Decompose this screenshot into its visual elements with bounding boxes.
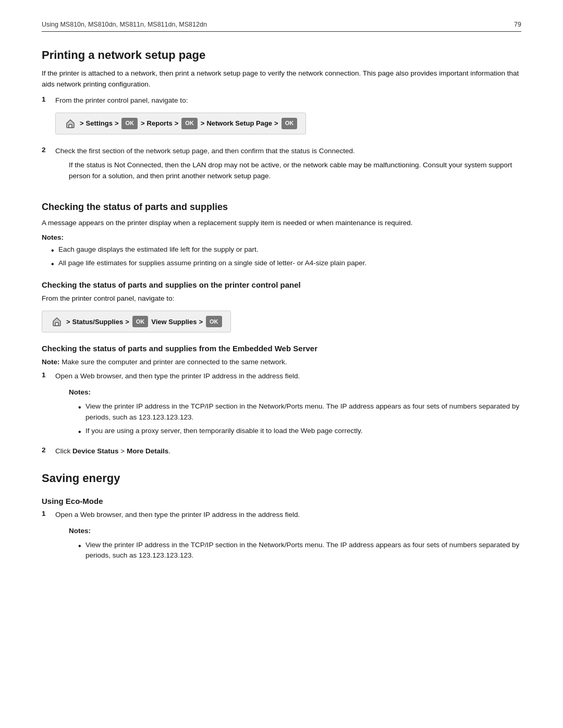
nav1-settings: Settings — [86, 118, 113, 129]
sub2-step2-mid: > — [119, 447, 127, 455]
sub2-step2-end: . — [168, 447, 170, 455]
sub2-step1-number: 1 — [42, 371, 50, 379]
sub1-title: Checking the status of parts and supplie… — [42, 280, 521, 289]
eco-mode-title: Using Eco-Mode — [42, 497, 521, 505]
nav2-gt2: > — [125, 318, 129, 326]
nav1-gt3: > — [141, 118, 145, 129]
sub2-step1-label: Open a Web browser, and then type the pr… — [55, 372, 300, 380]
sub2-step1: 1 Open a Web browser, and then type the … — [42, 371, 521, 442]
nav1-gt1: > — [80, 118, 84, 129]
notes-label-1: Notes: — [42, 233, 521, 241]
sub2-step2-pre: Click — [55, 447, 72, 455]
ok-btn-2: OK — [181, 118, 198, 129]
eco-notes-list: View the printer IP address in the TCP/I… — [69, 540, 521, 562]
sub-section-web-server: Checking the status of parts and supplie… — [42, 344, 521, 456]
note-item-1: Each gauge displays the estimated life l… — [51, 244, 521, 255]
section-checking-status: Checking the status of parts and supplie… — [42, 202, 521, 457]
nav-row-1: > Settings > OK > Reports > OK > Network… — [55, 113, 306, 134]
section1-intro: If the printer is attached to a network,… — [42, 68, 521, 90]
sub2-note-item-1: View the printer IP address in the TCP/I… — [78, 401, 521, 423]
sub2-step1-content: Open a Web browser, and then type the pr… — [55, 371, 521, 442]
nav-row-2: > Status/Supplies > OK View Supplies > O… — [42, 311, 231, 332]
step2-label: Check the first section of the network s… — [55, 147, 355, 155]
nav2-gt1: > — [66, 318, 70, 326]
sub2-step2: 2 Click Device Status > More Details. — [42, 446, 521, 457]
nav2-status: Status/Supplies — [72, 318, 124, 326]
section2-title: Checking the status of parts and supplie… — [42, 202, 521, 213]
eco-step1-label: Open a Web browser, and then type the pr… — [55, 511, 300, 519]
step1-content: From the printer control panel, navigate… — [55, 95, 521, 142]
ok-btn-4: OK — [132, 316, 149, 327]
notes-label-3: Notes: — [69, 526, 521, 537]
eco-note-item-1: View the printer IP address in the TCP/I… — [78, 540, 521, 562]
page-number: 79 — [514, 21, 521, 28]
nav1-network-setup: Network Setup Page — [206, 118, 272, 129]
step1: 1 From the printer control panel, naviga… — [42, 95, 521, 142]
sub1-intro: From the printer control panel, navigate… — [42, 293, 521, 304]
home-icon-2 — [50, 315, 64, 328]
sub2-title: Checking the status of parts and supplie… — [42, 344, 521, 353]
eco-step1: 1 Open a Web browser, and then type the … — [42, 510, 521, 567]
ok-btn-3: OK — [282, 118, 298, 129]
step1-label: From the printer control panel, navigate… — [55, 96, 188, 104]
sub2-step2-number: 2 — [42, 446, 50, 454]
nav2-gt3: > — [199, 318, 203, 326]
step2-number: 2 — [42, 146, 50, 154]
sub2-notes-list: View the printer IP address in the TCP/I… — [69, 401, 521, 437]
section3-title: Saving energy — [42, 472, 521, 485]
eco-step1-content: Open a Web browser, and then type the pr… — [55, 510, 521, 567]
header-left: Using MS810n, MS810dn, MS811n, MS811dn, … — [42, 21, 207, 28]
nav1-reports: Reports — [147, 118, 173, 129]
notes-label-2: Notes: — [69, 387, 521, 398]
section2-intro: A message appears on the printer display… — [42, 218, 521, 229]
svg-rect-0 — [69, 125, 72, 128]
sub-section-panel: Checking the status of parts and supplie… — [42, 280, 521, 332]
sub2-step2-content: Click Device Status > More Details. — [55, 446, 521, 457]
step1-number: 1 — [42, 95, 50, 103]
page-header: Using MS810n, MS810dn, MS811n, MS811dn, … — [42, 21, 521, 32]
svg-rect-1 — [55, 323, 58, 326]
step2-note: If the status is Not Connected, then the… — [69, 160, 521, 182]
sub2-step2-bold2: More Details — [127, 447, 168, 455]
ok-btn-5: OK — [206, 316, 222, 327]
section1-title: Printing a network setup page — [42, 48, 521, 62]
nav1-gt6: > — [274, 118, 278, 129]
sub2-note-bold: Note: — [42, 358, 60, 366]
nav1-gt2: > — [115, 118, 119, 129]
note-item-2: All page life estimates for supplies ass… — [51, 258, 521, 269]
ok-btn-1: OK — [121, 118, 138, 129]
nav1-gt5: > — [201, 118, 205, 129]
sub-section-eco-mode: Using Eco-Mode 1 Open a Web browser, and… — [42, 497, 521, 567]
sub2-note: Note: Make sure the computer and printer… — [42, 357, 521, 368]
section-saving-energy: Saving energy Using Eco-Mode 1 Open a We… — [42, 472, 521, 567]
sub2-note-text: Make sure the computer and printer are c… — [60, 358, 287, 366]
step2-content: Check the first section of the network s… — [55, 146, 521, 187]
nav1-gt4: > — [175, 118, 179, 129]
notes-list-1: Each gauge displays the estimated life l… — [42, 244, 521, 269]
sub2-step2-bold1: Device Status — [72, 447, 119, 455]
sub2-note-item-2: If you are using a proxy server, then te… — [78, 426, 521, 437]
nav2-view: View Supplies — [151, 318, 197, 326]
eco-step1-number: 1 — [42, 510, 50, 517]
home-icon — [63, 117, 78, 130]
section-printing-network: Printing a network setup page If the pri… — [42, 48, 521, 187]
step2: 2 Check the first section of the network… — [42, 146, 521, 187]
